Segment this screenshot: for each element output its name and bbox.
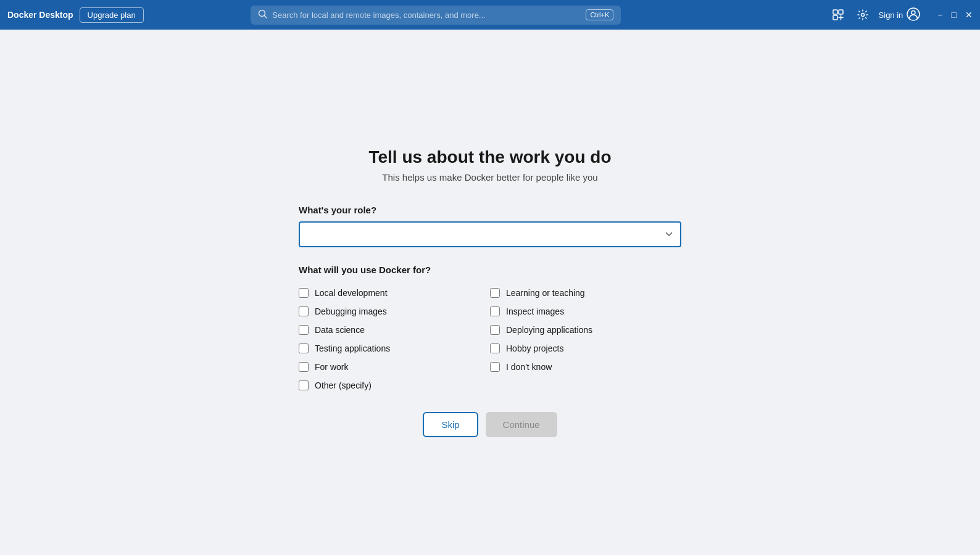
- checkbox-dont-know[interactable]: I don't know: [490, 358, 681, 376]
- role-label: What's your role?: [299, 205, 681, 215]
- checkbox-inspect-images[interactable]: Inspect images: [490, 302, 681, 321]
- main-content: Tell us about the work you do This helps…: [0, 30, 980, 555]
- checkbox-debugging[interactable]: Debugging images: [299, 302, 490, 321]
- maximize-button[interactable]: □: [952, 10, 957, 19]
- search-icon: [258, 9, 267, 21]
- checkbox-for-work-input[interactable]: [299, 362, 309, 372]
- checkboxes-grid: Local development Learning or teaching D…: [299, 284, 681, 395]
- search-bar: Ctrl+K: [251, 6, 621, 25]
- checkbox-other-input[interactable]: [299, 380, 309, 390]
- checkbox-for-work[interactable]: For work: [299, 358, 490, 376]
- checkbox-testing-label: Testing applications: [315, 343, 390, 353]
- checkbox-local-development[interactable]: Local development: [299, 284, 490, 302]
- checkbox-for-work-label: For work: [315, 362, 348, 372]
- page-subtitle: This helps us make Docker better for peo…: [299, 172, 681, 183]
- app-brand: Docker Desktop: [7, 10, 73, 20]
- checkbox-deploying-input[interactable]: [490, 325, 500, 335]
- checkbox-inspect-images-label: Inspect images: [506, 306, 564, 316]
- checkbox-learning[interactable]: Learning or teaching: [490, 284, 681, 302]
- checkbox-data-science-input[interactable]: [299, 325, 309, 335]
- role-group: What's your role? Developer DevOps Engin…: [299, 205, 681, 247]
- checkbox-testing[interactable]: Testing applications: [299, 339, 490, 358]
- docker-for-group: What will you use Docker for? Local deve…: [299, 265, 681, 395]
- user-avatar-icon: [907, 7, 920, 23]
- close-button[interactable]: ✕: [965, 10, 973, 19]
- extensions-icon[interactable]: [829, 6, 847, 23]
- checkbox-dont-know-input[interactable]: [490, 362, 500, 372]
- svg-point-5: [861, 14, 864, 17]
- checkbox-learning-label: Learning or teaching: [506, 288, 585, 298]
- checkbox-debugging-label: Debugging images: [315, 306, 387, 316]
- sign-in-button[interactable]: Sign in: [879, 7, 921, 23]
- minimize-button[interactable]: −: [937, 10, 942, 19]
- sign-in-label: Sign in: [879, 10, 903, 20]
- svg-rect-3: [839, 10, 843, 14]
- checkbox-local-development-input[interactable]: [299, 288, 309, 298]
- svg-point-7: [911, 10, 915, 14]
- checkbox-other[interactable]: Other (specify): [299, 376, 490, 395]
- checkbox-deploying[interactable]: Deploying applications: [490, 321, 681, 339]
- settings-icon[interactable]: [854, 6, 871, 23]
- checkbox-hobby-label: Hobby projects: [506, 343, 563, 353]
- svg-rect-2: [833, 10, 837, 14]
- checkbox-data-science-label: Data science: [315, 325, 365, 335]
- upgrade-plan-button[interactable]: Upgrade plan: [80, 7, 144, 23]
- page-title: Tell us about the work you do: [299, 147, 681, 167]
- checkbox-inspect-images-input[interactable]: [490, 306, 500, 316]
- window-controls: − □ ✕: [937, 10, 973, 19]
- checkbox-learning-input[interactable]: [490, 288, 500, 298]
- docker-for-label: What will you use Docker for?: [299, 265, 681, 275]
- titlebar-right: Sign in − □ ✕: [829, 6, 973, 23]
- continue-button: Continue: [486, 412, 557, 437]
- svg-line-1: [265, 15, 267, 18]
- buttons-row: Skip Continue: [299, 412, 681, 437]
- checkbox-other-label: Other (specify): [315, 380, 372, 390]
- checkbox-local-development-label: Local development: [315, 288, 388, 298]
- skip-button[interactable]: Skip: [423, 412, 478, 437]
- onboarding-card: Tell us about the work you do This helps…: [299, 147, 681, 437]
- checkbox-data-science[interactable]: Data science: [299, 321, 490, 339]
- checkbox-deploying-label: Deploying applications: [506, 325, 592, 335]
- grid-spacer: [490, 376, 681, 395]
- checkbox-debugging-input[interactable]: [299, 306, 309, 316]
- checkbox-hobby-input[interactable]: [490, 343, 500, 353]
- checkbox-testing-input[interactable]: [299, 343, 309, 353]
- svg-rect-4: [833, 15, 837, 20]
- titlebar: Docker Desktop Upgrade plan Ctrl+K: [0, 0, 980, 30]
- search-input[interactable]: [272, 10, 581, 20]
- search-shortcut-badge: Ctrl+K: [586, 9, 613, 20]
- checkbox-hobby[interactable]: Hobby projects: [490, 339, 681, 358]
- role-select[interactable]: Developer DevOps Engineer Architect Stud…: [299, 221, 681, 247]
- checkbox-dont-know-label: I don't know: [506, 362, 552, 372]
